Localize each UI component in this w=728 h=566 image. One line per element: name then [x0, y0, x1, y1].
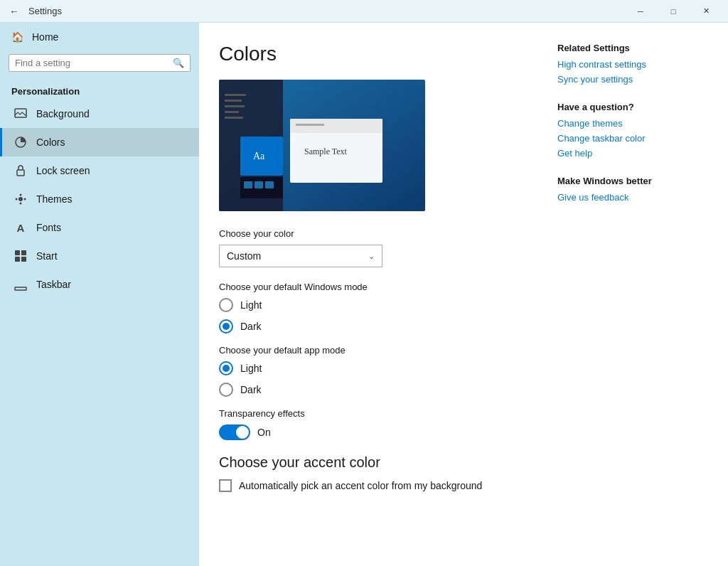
content-main: Colors [219, 43, 529, 546]
app-mode-label: Choose your default app mode [219, 345, 529, 356]
color-dropdown[interactable]: Custom ⌄ [219, 245, 382, 267]
windows-dark-radio[interactable] [219, 319, 233, 333]
sidebar-item-lock-screen[interactable]: Lock screen [0, 156, 199, 185]
svg-rect-23 [244, 181, 252, 188]
windows-mode-dark[interactable]: Dark [219, 319, 529, 333]
windows-light-label: Light [240, 299, 262, 311]
colors-label: Colors [36, 137, 65, 148]
accent-title: Choose your accent color [219, 454, 529, 471]
change-taskbar-color-link[interactable]: Change taskbar color [557, 133, 700, 144]
sidebar-item-themes[interactable]: Themes [0, 185, 199, 213]
svg-rect-2 [17, 170, 24, 176]
have-question-title: Have a question? [557, 102, 700, 112]
minimize-button[interactable]: ─ [624, 0, 657, 23]
sidebar: 🏠 Home 🔍 Personalization Background Colo… [0, 23, 199, 566]
preview-svg: Aa Sample Text [219, 80, 425, 211]
transparency-toggle-row: On [219, 424, 529, 440]
search-box[interactable]: 🔍 [9, 54, 191, 72]
search-icon[interactable]: 🔍 [173, 58, 184, 68]
have-question-section: Have a question? Change themes Change ta… [557, 102, 700, 159]
svg-point-7 [24, 198, 26, 201]
svg-text:Sample Text: Sample Text [304, 146, 348, 156]
accent-auto-label: Automatically pick an accent color from … [239, 480, 482, 491]
accent-auto-checkbox[interactable] [219, 479, 232, 492]
lock-screen-label: Lock screen [36, 165, 90, 176]
app-dark-radio[interactable] [219, 383, 233, 397]
related-settings-section: Related Settings High contrast settings … [557, 43, 700, 85]
app-body: 🏠 Home 🔍 Personalization Background Colo… [0, 23, 728, 566]
taskbar-icon [14, 277, 28, 292]
app-mode-light[interactable]: Light [219, 361, 529, 375]
windows-mode-label: Choose your default Windows mode [219, 282, 529, 292]
background-label: Background [36, 108, 90, 119]
svg-point-4 [20, 194, 22, 196]
taskbar-label: Taskbar [36, 279, 71, 290]
fonts-icon: A [14, 220, 28, 235]
svg-rect-24 [255, 181, 263, 188]
title-bar: ← Settings ─ □ ✕ [0, 0, 728, 23]
lock-screen-icon [14, 164, 28, 178]
svg-rect-25 [265, 181, 274, 188]
color-dropdown-value: Custom [227, 250, 261, 262]
svg-point-5 [20, 203, 22, 205]
background-icon [14, 107, 28, 121]
transparency-state: On [257, 427, 271, 438]
page-title: Colors [219, 43, 529, 65]
svg-rect-8 [15, 250, 20, 255]
home-icon: 🏠 [11, 31, 23, 43]
svg-rect-10 [15, 257, 20, 262]
back-icon: ← [9, 6, 19, 17]
accent-auto-checkbox-row[interactable]: Automatically pick an accent color from … [219, 479, 529, 492]
svg-rect-9 [21, 250, 26, 255]
sidebar-section-title: Personalization [0, 80, 199, 100]
svg-point-3 [18, 197, 23, 201]
home-label: Home [32, 31, 58, 43]
windows-mode-light[interactable]: Light [219, 298, 529, 312]
svg-rect-17 [225, 105, 245, 107]
content-area: Colors [199, 23, 728, 566]
svg-rect-19 [225, 117, 243, 119]
svg-rect-15 [225, 94, 246, 96]
windows-light-radio[interactable] [219, 298, 233, 312]
start-label: Start [36, 250, 58, 262]
transparency-label: Transparency effects [219, 408, 529, 419]
sync-settings-link[interactable]: Sync your settings [557, 74, 700, 85]
sidebar-item-fonts[interactable]: A Fonts [0, 213, 199, 242]
app-dark-label: Dark [240, 384, 262, 395]
window-controls: ─ □ ✕ [624, 0, 722, 23]
svg-rect-12 [15, 287, 26, 290]
app-title: Settings [28, 6, 624, 16]
sidebar-home-button[interactable]: 🏠 Home [0, 23, 199, 51]
maximize-button[interactable]: □ [657, 0, 690, 23]
svg-rect-16 [225, 100, 242, 102]
high-contrast-link[interactable]: High contrast settings [557, 59, 700, 70]
app-mode-dark[interactable]: Dark [219, 383, 529, 397]
svg-text:Aa: Aa [253, 151, 265, 161]
app-light-radio[interactable] [219, 361, 233, 375]
svg-rect-18 [225, 111, 239, 113]
change-themes-link[interactable]: Change themes [557, 118, 700, 129]
sidebar-item-colors[interactable]: Colors [0, 128, 199, 156]
transparency-toggle[interactable] [219, 424, 250, 440]
close-button[interactable]: ✕ [690, 0, 722, 23]
back-button[interactable]: ← [6, 3, 23, 20]
sidebar-item-taskbar[interactable]: Taskbar [0, 270, 199, 299]
themes-icon [14, 192, 28, 206]
sidebar-item-start[interactable]: Start [0, 242, 199, 270]
sidebar-item-background[interactable]: Background [0, 100, 199, 128]
svg-rect-28 [296, 124, 324, 126]
themes-label: Themes [36, 193, 73, 205]
start-icon [14, 249, 28, 263]
color-preview: Aa Sample Text [219, 80, 425, 211]
make-better-section: Make Windows better Give us feedback [557, 176, 700, 203]
app-mode-group: Light Dark [219, 361, 529, 397]
make-better-title: Make Windows better [557, 176, 700, 186]
choose-color-label: Choose your color [219, 228, 529, 239]
search-input[interactable] [15, 58, 168, 68]
get-help-link[interactable]: Get help [557, 148, 700, 159]
content-right: Related Settings High contrast settings … [557, 43, 700, 546]
give-feedback-link[interactable]: Give us feedback [557, 192, 700, 203]
colors-icon [14, 135, 28, 149]
svg-rect-11 [21, 257, 26, 262]
related-settings-title: Related Settings [557, 43, 700, 53]
